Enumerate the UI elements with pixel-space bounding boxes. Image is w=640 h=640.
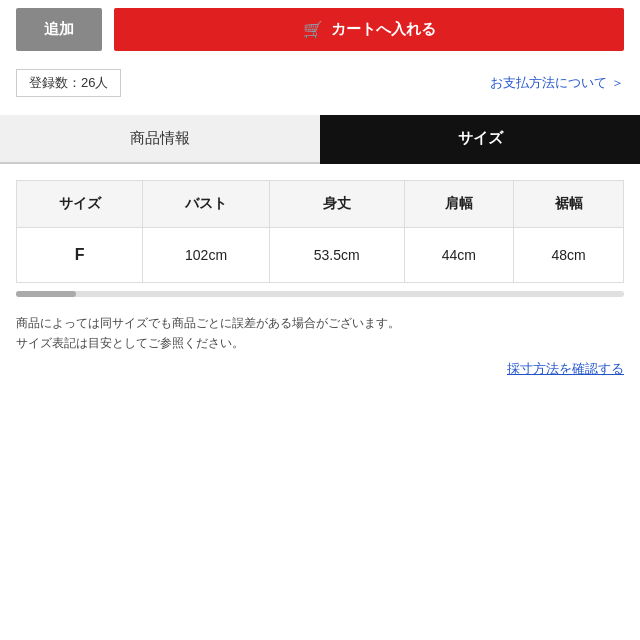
scroll-thumb xyxy=(16,291,76,297)
header-length: 身丈 xyxy=(269,181,404,228)
size-table: サイズ バスト 身丈 肩幅 裾幅 F 102cm 53.5cm 44cm 48c… xyxy=(16,180,624,283)
registration-row: 登録数：26人 お支払方法について ＞ xyxy=(0,59,640,107)
tab-product-info[interactable]: 商品情報 xyxy=(0,115,320,164)
tab-bar: 商品情報 サイズ xyxy=(0,115,640,164)
header-bust: バスト xyxy=(143,181,269,228)
cell-bust: 102cm xyxy=(143,228,269,283)
cart-button[interactable]: 🛒 カートへ入れる xyxy=(114,8,624,51)
cell-shoulder: 44cm xyxy=(404,228,514,283)
header-size: サイズ xyxy=(17,181,143,228)
cart-button-label: カートへ入れる xyxy=(331,20,436,39)
size-table-area: サイズ バスト 身丈 肩幅 裾幅 F 102cm 53.5cm 44cm 48c… xyxy=(0,164,640,291)
measure-link[interactable]: 採寸方法を確認する xyxy=(16,358,624,380)
footer-note: 商品によっては同サイズでも商品ごとに誤差がある場合がございます。 サイズ表記は目… xyxy=(0,297,640,388)
cell-length: 53.5cm xyxy=(269,228,404,283)
add-button[interactable]: 追加 xyxy=(16,8,102,51)
table-row: F 102cm 53.5cm 44cm 48cm xyxy=(17,228,624,283)
tab-size[interactable]: サイズ xyxy=(320,115,640,164)
note-line2: サイズ表記は目安としてご参照ください。 xyxy=(16,336,244,350)
table-header-row: サイズ バスト 身丈 肩幅 裾幅 xyxy=(17,181,624,228)
header-shoulder: 肩幅 xyxy=(404,181,514,228)
scroll-indicator xyxy=(16,291,624,297)
top-button-area: 追加 🛒 カートへ入れる xyxy=(0,0,640,59)
note-line1: 商品によっては同サイズでも商品ごとに誤差がある場合がございます。 xyxy=(16,316,400,330)
registration-count: 登録数：26人 xyxy=(16,69,121,97)
cell-size: F xyxy=(17,228,143,283)
cart-icon: 🛒 xyxy=(303,20,323,39)
cell-hem: 48cm xyxy=(514,228,624,283)
header-hem: 裾幅 xyxy=(514,181,624,228)
payment-link[interactable]: お支払方法について ＞ xyxy=(490,74,624,92)
